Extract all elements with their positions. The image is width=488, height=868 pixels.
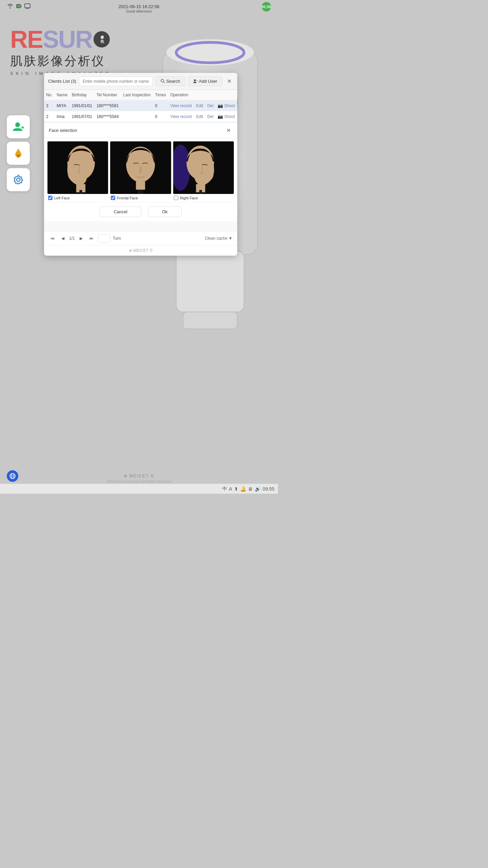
frontal-face-label: Frontal Face <box>110 196 171 200</box>
svg-point-20 <box>161 79 164 82</box>
cell-last-inspection <box>121 100 153 111</box>
gear-icon <box>12 174 24 186</box>
right-face-label: Right Face <box>173 196 234 200</box>
cell-del[interactable]: Del <box>205 100 216 111</box>
frontal-face-image <box>110 141 171 194</box>
cell-tel: 180****5581 <box>95 100 121 111</box>
svg-point-15 <box>15 122 20 127</box>
taskbar-icon-7: 09:55 <box>263 486 274 492</box>
cell-no: 2 <box>44 111 55 122</box>
search-input[interactable] <box>79 77 153 86</box>
shoot-button[interactable]: Shoot <box>224 103 235 108</box>
table-row: 3 MIYA 1991/01/01 180****5581 0 View rec… <box>44 100 237 111</box>
cell-view-record[interactable]: View record <box>168 100 194 111</box>
col-name: Name <box>55 90 70 100</box>
globe-button[interactable] <box>7 470 18 482</box>
camera-icon: 📷 <box>218 103 223 108</box>
svg-point-19 <box>17 178 20 181</box>
col-times: Times <box>153 90 168 100</box>
side-buttons <box>7 115 30 191</box>
face-dialog-title: Face selection <box>49 128 77 133</box>
left-face-label: Left Face <box>47 196 108 200</box>
left-face-image <box>47 141 108 194</box>
cell-view-record[interactable]: View record <box>168 111 194 122</box>
col-last-inspection: Last Inspection <box>121 90 153 100</box>
col-no: No. <box>44 90 55 100</box>
face-dialog: Face selection ✕ <box>44 122 237 221</box>
camera-icon: 📷 <box>218 114 223 119</box>
col-tel: Tel Number <box>95 90 121 100</box>
cell-shoot[interactable]: 📷 Shoot <box>216 100 237 111</box>
first-page-button[interactable]: ⏮ <box>49 235 56 242</box>
taskbar-icon-5[interactable]: 🖥 <box>248 486 253 492</box>
logo-re: RE <box>10 27 43 52</box>
pagination-bar: ⏮ ◀ 1/1 ▶ ⏭ Turn Clean cache ▼ <box>44 231 237 245</box>
left-face-checkbox[interactable] <box>48 196 53 200</box>
face-dialog-buttons: Cancel Ok <box>44 202 237 221</box>
logo-chinese: 肌肤影像分析仪 <box>10 53 111 70</box>
globe-icon <box>9 473 16 479</box>
cell-del[interactable]: Del <box>205 111 216 122</box>
cell-name: Irina <box>55 111 70 122</box>
cell-last-inspection <box>121 111 153 122</box>
add-user-button[interactable]: Add User <box>188 76 222 86</box>
dropdown-arrow-icon: ▼ <box>228 236 232 241</box>
cell-edit[interactable]: Edit <box>194 100 205 111</box>
dialog-close-button[interactable]: ✕ <box>225 77 233 85</box>
person-plus-icon <box>12 121 24 133</box>
svg-point-22 <box>194 79 196 81</box>
svg-rect-18 <box>17 155 20 157</box>
svg-rect-13 <box>176 251 244 312</box>
taskbar-icon-1[interactable]: 中 <box>222 486 227 492</box>
cancel-button[interactable]: Cancel <box>100 206 141 217</box>
greeting: Good afternoon <box>119 9 160 13</box>
skin-drop-icon <box>12 147 24 159</box>
clients-table: No. Name Birthday Tel Number Last Inspec… <box>44 90 237 122</box>
turn-label: Turn <box>113 236 121 241</box>
cell-times: 0 <box>153 100 168 111</box>
battery-label: 91:55 <box>262 2 271 12</box>
last-page-button[interactable]: ⏭ <box>88 235 95 242</box>
ok-button[interactable]: Ok <box>148 206 182 217</box>
cell-no: 3 <box>44 100 55 111</box>
taskbar-icon-3[interactable]: ⬆ <box>234 486 238 492</box>
col-operation: Operation <box>168 90 237 100</box>
cell-edit[interactable]: Edit <box>194 111 205 122</box>
svg-rect-31 <box>136 181 145 190</box>
prev-page-button[interactable]: ◀ <box>59 235 66 242</box>
cell-birthday: 1991/01/01 <box>70 100 95 111</box>
shoot-button[interactable]: Shoot <box>224 114 235 119</box>
taskbar-icon-2[interactable]: A <box>229 486 232 492</box>
svg-rect-37 <box>199 190 202 194</box>
logo-area: RE SUR 睿 色 肌肤影像分析仪 SKIN IMAGE ANALYZER <box>10 27 111 76</box>
page-jump-input[interactable] <box>98 234 110 242</box>
battery-circle: 91:55 <box>262 2 271 12</box>
footer-copyright: 2019 Meicet Copyright All Rights Reserve… <box>107 480 171 484</box>
next-page-button[interactable]: ▶ <box>78 235 85 242</box>
cell-shoot[interactable]: 📷 Shoot <box>216 111 237 122</box>
clean-cache-button[interactable]: Clean cache ▼ <box>205 236 232 241</box>
svg-rect-28 <box>80 190 82 194</box>
cell-tel: 180****5584 <box>95 111 121 122</box>
cell-times: 0 <box>153 111 168 122</box>
face-dialog-close[interactable]: ✕ <box>224 126 232 134</box>
cell-name: MIYA <box>55 100 70 111</box>
svg-rect-32 <box>138 190 143 194</box>
face-images-container: Left Face <box>44 138 237 202</box>
clients-header: Clients List (3) Search Add User ✕ <box>44 73 237 90</box>
skin-analysis-side-button[interactable] <box>7 142 30 165</box>
add-user-side-button[interactable] <box>7 115 30 138</box>
dialog-meicet-logo: ⊕ MEICET ® <box>44 245 237 256</box>
right-face-checkbox[interactable] <box>174 196 178 200</box>
taskbar: 中 A ⬆ 🔔 🖥 🔊 09:55 <box>0 484 278 494</box>
frontal-face-checkbox[interactable] <box>111 196 115 200</box>
svg-rect-14 <box>183 312 237 329</box>
logo-badge: 睿 色 <box>94 31 110 47</box>
datetime: 2021-09-15 16:22:56 <box>119 4 160 9</box>
search-button[interactable]: Search <box>156 76 185 86</box>
settings-side-button[interactable] <box>7 168 30 191</box>
search-icon <box>161 79 165 83</box>
taskbar-icon-4[interactable]: 🔔 <box>240 486 246 492</box>
taskbar-icon-6[interactable]: 🔊 <box>255 486 261 492</box>
col-birthday: Birthday <box>70 90 95 100</box>
